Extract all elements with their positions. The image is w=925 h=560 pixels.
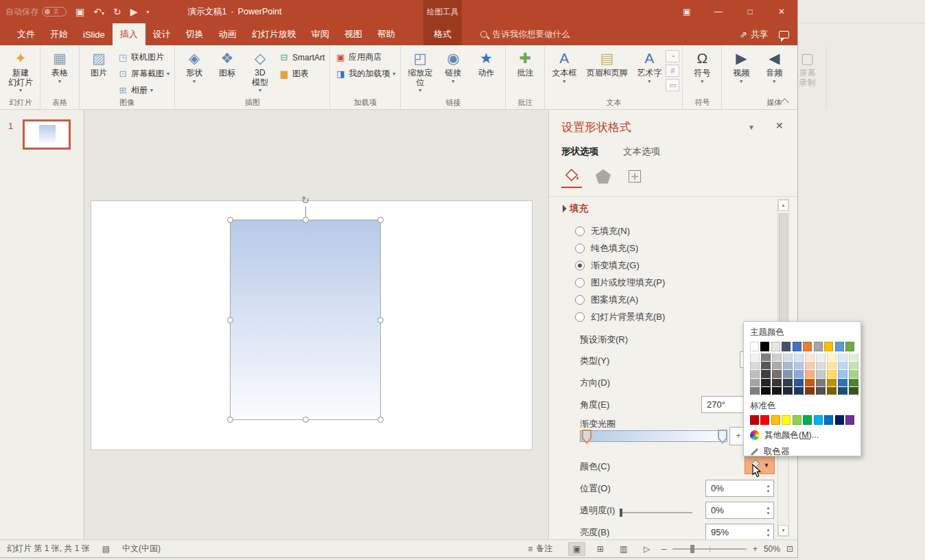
theme-variant-swatch[interactable] bbox=[816, 370, 826, 378]
standard-color-swatch[interactable] bbox=[845, 415, 854, 425]
ribbon-button-屏幕截图[interactable]: ⊡屏幕截图▾ bbox=[115, 67, 172, 81]
eyedropper-item[interactable]: 取色器 bbox=[750, 446, 854, 458]
dropdown-caret-icon[interactable]: ▾ bbox=[701, 79, 703, 84]
autosave-toggle[interactable]: 自动保存 关 bbox=[5, 6, 67, 18]
more-colors-item[interactable]: 其他颜色(M)... bbox=[750, 430, 854, 441]
ribbon-button-链接[interactable]: ◉链接▾ bbox=[436, 47, 469, 97]
theme-variant-swatch[interactable] bbox=[794, 362, 804, 370]
tab-文件[interactable]: 文件 bbox=[10, 23, 43, 45]
transparency-slider-thumb[interactable] bbox=[620, 509, 622, 517]
theme-variant-swatch[interactable] bbox=[838, 362, 847, 370]
radio-icon[interactable] bbox=[575, 278, 585, 288]
gradient-stops-bar[interactable] bbox=[580, 430, 727, 442]
zoom-level[interactable]: 50% bbox=[764, 544, 780, 554]
zoom-in-icon[interactable]: + bbox=[753, 544, 758, 554]
scroll-down-icon[interactable]: ▼ bbox=[778, 525, 788, 536]
dropdown-caret-icon[interactable]: ▾ bbox=[773, 79, 775, 84]
scroll-up-icon[interactable]: ▲ bbox=[778, 200, 788, 211]
gradient-rectangle-shape[interactable]: ↻ bbox=[230, 220, 381, 420]
theme-variant-swatch[interactable] bbox=[838, 379, 847, 387]
size-properties-category[interactable]: ✛ bbox=[624, 165, 645, 188]
tell-me-search[interactable]: 告诉我你想要做什么 bbox=[480, 23, 570, 45]
position-spinner[interactable]: 0% ▲▼ bbox=[705, 480, 774, 497]
theme-variant-swatch[interactable] bbox=[761, 379, 771, 387]
tab-动画[interactable]: 动画 bbox=[211, 23, 244, 45]
customize-qat-icon[interactable]: ▾ bbox=[147, 9, 150, 15]
standard-color-swatch[interactable] bbox=[760, 415, 769, 425]
theme-variant-swatch[interactable] bbox=[761, 362, 771, 370]
theme-variant-swatch[interactable] bbox=[827, 370, 836, 378]
resize-handle-s[interactable] bbox=[303, 417, 309, 423]
close-icon[interactable]: ✕ bbox=[766, 0, 797, 23]
theme-color-swatch[interactable] bbox=[824, 342, 833, 351]
language-status[interactable]: 中文(中国) bbox=[122, 543, 161, 555]
dropdown-caret-icon[interactable]: ▾ bbox=[58, 79, 61, 84]
ribbon-button-页眉和页脚[interactable]: ▤页眉和页脚 bbox=[581, 47, 633, 97]
ribbon-button-批注[interactable]: ✚批注 bbox=[508, 47, 541, 97]
theme-variant-swatch[interactable] bbox=[816, 362, 826, 370]
theme-variant-swatch[interactable] bbox=[761, 387, 771, 395]
tab-幻灯片放映[interactable]: 幻灯片放映 bbox=[244, 23, 304, 45]
radio-icon[interactable] bbox=[575, 312, 585, 322]
resize-handle-nw[interactable] bbox=[227, 217, 233, 223]
ribbon-button-slide-number[interactable]: # bbox=[666, 65, 679, 77]
slide-thumbnail[interactable] bbox=[23, 119, 71, 150]
redo-icon[interactable]: ↻ bbox=[113, 7, 121, 16]
dropdown-caret-icon[interactable]: ▾ bbox=[150, 87, 153, 93]
transparency-slider[interactable] bbox=[620, 512, 692, 513]
gradient-stop-1[interactable] bbox=[582, 430, 592, 444]
ribbon-button-联机图片[interactable]: ◳联机图片 bbox=[115, 50, 172, 65]
ribbon-button-图片[interactable]: ▨图片 bbox=[82, 47, 115, 97]
ribbon-button-形状[interactable]: ◈形状▾ bbox=[178, 47, 211, 97]
resize-handle-ne[interactable] bbox=[377, 217, 384, 223]
theme-variant-swatch[interactable] bbox=[750, 353, 760, 362]
share-button[interactable]: ⇗ 共享 bbox=[740, 29, 768, 40]
ribbon-button-音频[interactable]: ◀音频▾ bbox=[758, 47, 791, 97]
theme-variant-swatch[interactable] bbox=[816, 379, 826, 387]
slide-surface[interactable]: ↻ bbox=[91, 201, 532, 450]
ribbon-button-相册[interactable]: ⊞相册▾ bbox=[115, 83, 172, 97]
standard-color-swatch[interactable] bbox=[793, 415, 801, 425]
ribbon-button-object[interactable]: ▭ bbox=[666, 79, 679, 91]
dropdown-caret-icon[interactable]: ▾ bbox=[167, 71, 169, 77]
minimize-icon[interactable]: — bbox=[703, 0, 734, 23]
view-reading-icon[interactable]: ▥ bbox=[615, 542, 632, 556]
dropdown-caret-icon[interactable]: ▾ bbox=[452, 79, 454, 84]
fill-option-无填充(N)[interactable]: 无填充(N) bbox=[575, 225, 630, 237]
theme-color-swatch[interactable] bbox=[793, 342, 801, 351]
theme-color-swatch[interactable] bbox=[814, 342, 823, 351]
theme-variant-swatch[interactable] bbox=[849, 362, 858, 370]
rotate-handle-icon[interactable]: ↻ bbox=[301, 195, 310, 205]
ribbon-button-动作[interactable]: ★动作 bbox=[469, 47, 502, 97]
autosave-switch-icon[interactable]: 关 bbox=[42, 7, 67, 16]
theme-variant-swatch[interactable] bbox=[838, 370, 847, 378]
spinner-arrows-icon[interactable]: ▲▼ bbox=[763, 480, 773, 496]
theme-color-swatch[interactable] bbox=[760, 342, 769, 351]
start-slideshow-icon[interactable]: ▶ bbox=[130, 7, 138, 16]
spinner-arrows-icon[interactable]: ▲▼ bbox=[763, 524, 773, 539]
fill-option-纯色填充(S)[interactable]: 纯色填充(S) bbox=[575, 242, 638, 255]
resize-handle-se[interactable] bbox=[377, 417, 384, 423]
theme-variant-swatch[interactable] bbox=[838, 353, 847, 362]
theme-variant-swatch[interactable] bbox=[794, 387, 804, 395]
section-expand-icon[interactable] bbox=[559, 205, 566, 212]
dropdown-caret-icon[interactable]: ▾ bbox=[648, 79, 651, 84]
theme-variant-swatch[interactable] bbox=[783, 379, 793, 387]
theme-variant-swatch[interactable] bbox=[783, 387, 793, 395]
theme-variant-swatch[interactable] bbox=[772, 387, 782, 395]
maximize-icon[interactable]: □ bbox=[734, 0, 766, 23]
proofing-icon[interactable]: ▤ bbox=[102, 544, 110, 554]
theme-variant-swatch[interactable] bbox=[816, 387, 826, 395]
theme-variant-swatch[interactable] bbox=[783, 353, 793, 362]
theme-variant-swatch[interactable] bbox=[805, 370, 815, 378]
theme-variant-swatch[interactable] bbox=[794, 379, 804, 387]
theme-variant-swatch[interactable] bbox=[750, 362, 760, 370]
theme-variant-swatch[interactable] bbox=[849, 353, 858, 362]
tab-开始[interactable]: 开始 bbox=[43, 23, 75, 45]
resize-handle-sw[interactable] bbox=[227, 417, 233, 423]
theme-variant-swatch[interactable] bbox=[849, 370, 858, 378]
ribbon-display-options-icon[interactable]: ▣ bbox=[671, 0, 703, 23]
spinner-arrows-icon[interactable]: ▲▼ bbox=[763, 502, 773, 518]
theme-variant-swatch[interactable] bbox=[750, 379, 760, 387]
fill-option-图片或纹理填充(P)[interactable]: 图片或纹理填充(P) bbox=[575, 277, 665, 289]
